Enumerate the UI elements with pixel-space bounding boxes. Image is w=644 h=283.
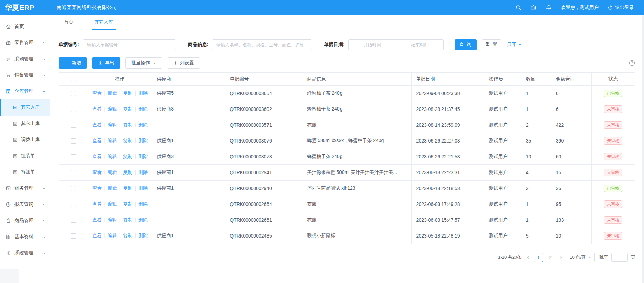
copy-link[interactable]: 复制 [123,90,132,96]
edit-link[interactable]: 编辑 [108,201,117,207]
sidebar-item-other-outbound[interactable]: 其它出库 [0,116,50,132]
batch-actions-button[interactable]: 批量操作 [125,57,162,69]
copy-link[interactable]: 复制 [123,154,132,159]
sales-icon [6,72,11,78]
tab-other-inbound[interactable]: 其它入库 [92,15,116,30]
sidebar-item-warehouse-mgmt[interactable]: 仓库管理 [0,83,50,99]
view-link[interactable]: 查看 [92,122,102,127]
view-link[interactable]: 查看 [92,217,102,222]
row-checkbox[interactable] [71,91,76,96]
delete-link[interactable]: 删除 [138,122,148,127]
add-button[interactable]: 新增 [59,57,87,69]
jump-to-input[interactable] [611,253,628,262]
copy-link[interactable]: 复制 [123,185,132,191]
logout-button[interactable]: 退出登录 [608,5,634,11]
cell-qty: 1 [521,212,551,228]
row-checkbox[interactable] [71,107,76,112]
sidebar-item-other-inbound[interactable]: 其它入库 [0,99,50,116]
sidebar-item-home[interactable]: 首页 [0,19,50,35]
search-icon[interactable] [515,5,522,11]
edit-link[interactable]: 编辑 [108,138,117,143]
edit-link[interactable]: 编辑 [108,106,117,112]
sidebar-item-basic-data[interactable]: 基本资料 [0,229,50,245]
cell-check [59,117,88,133]
edit-link[interactable]: 编辑 [108,169,117,175]
sidebar-collapse-area[interactable] [0,269,19,283]
copy-link[interactable]: 复制 [123,201,132,207]
view-link[interactable]: 查看 [92,201,102,207]
view-link[interactable]: 查看 [92,106,102,112]
cell-qty: 4 [521,165,551,181]
sidebar-item-label: 商品管理 [14,218,33,224]
copy-link[interactable]: 复制 [123,138,132,143]
product-info-input[interactable] [212,39,312,50]
delete-link[interactable]: 删除 [138,106,148,112]
edit-link[interactable]: 编辑 [108,233,117,238]
row-checkbox[interactable] [71,123,76,128]
tab-home[interactable]: 首页 [61,15,76,30]
row-checkbox[interactable] [71,186,76,191]
view-link[interactable]: 查看 [92,169,102,175]
search-button[interactable]: 查 询 [455,39,477,50]
copy-link[interactable]: 复制 [123,106,132,112]
copy-link[interactable]: 复制 [123,217,132,222]
sidebar-item-retail-mgmt[interactable]: 零售管理 [0,35,50,51]
view-link[interactable]: 查看 [92,90,102,96]
view-link[interactable]: 查看 [92,233,102,238]
page-number-2[interactable]: 2 [546,253,555,262]
edit-link[interactable]: 编辑 [108,217,117,222]
sidebar-item-goods-mgmt[interactable]: 商品管理 [0,213,50,229]
row-checkbox[interactable] [71,218,76,223]
select-all-checkbox[interactable] [71,77,76,82]
delete-link[interactable]: 删除 [138,233,148,238]
cell-ops: 查看|编辑|复制|删除 [88,117,152,133]
row-checkbox[interactable] [71,170,76,175]
bell-icon[interactable] [546,5,552,11]
view-link[interactable]: 查看 [92,185,102,191]
sidebar-item-assembly-order[interactable]: 组装单 [0,148,50,164]
date-start-input[interactable] [351,42,394,48]
edit-link[interactable]: 编辑 [108,154,117,159]
sidebar-item-disassembly-order[interactable]: 拆卸单 [0,164,50,180]
sidebar-item-purchase-mgmt[interactable]: 采购管理 [0,51,50,67]
bill-no-input[interactable] [83,39,176,50]
sidebar-item-report-query[interactable]: 报表查询 [0,196,50,213]
delete-link[interactable]: 删除 [138,217,148,222]
delete-link[interactable]: 删除 [138,169,148,175]
delete-link[interactable]: 删除 [138,154,148,159]
date-range-picker[interactable]: ~ [348,39,444,50]
column-settings-button[interactable]: 列设置 [167,57,200,69]
expand-link[interactable]: 展开 [507,42,522,48]
edit-link[interactable]: 编辑 [108,185,117,191]
help-icon[interactable] [629,60,635,66]
sidebar-item-finance-mgmt[interactable]: 财务管理 [0,180,50,196]
export-button[interactable]: 导出 [92,57,120,69]
delete-link[interactable]: 删除 [138,185,148,191]
edit-link[interactable]: 编辑 [108,122,117,127]
view-link[interactable]: 查看 [92,154,102,159]
delete-link[interactable]: 删除 [138,201,148,207]
row-checkbox[interactable] [71,154,76,159]
date-end-input[interactable] [398,42,441,48]
cell-check [59,165,88,181]
view-link[interactable]: 查看 [92,138,102,143]
sidebar-item-sales-mgmt[interactable]: 销售管理 [0,67,50,83]
copy-link[interactable]: 复制 [123,122,132,127]
delete-link[interactable]: 删除 [138,138,148,143]
row-checkbox[interactable] [71,138,76,144]
prev-page-button[interactable] [526,253,530,262]
sidebar-item-system-mgmt[interactable]: 系统管理 [0,245,50,261]
reset-button[interactable]: 重 置 [482,39,501,50]
page-size-select[interactable]: 10 条/页 [567,253,595,262]
next-page-button[interactable] [559,253,563,262]
row-checkbox[interactable] [71,233,76,239]
sidebar-item-transfer-outbound[interactable]: 调拨出库 [0,132,50,148]
page-scrollbar[interactable] [642,15,644,283]
copy-link[interactable]: 复制 [123,233,132,238]
edit-link[interactable]: 编辑 [108,90,117,96]
platform-icon[interactable] [531,5,537,11]
delete-link[interactable]: 删除 [138,90,148,96]
copy-link[interactable]: 复制 [123,169,132,175]
row-checkbox[interactable] [71,202,76,207]
page-number-1[interactable]: 1 [534,253,543,262]
